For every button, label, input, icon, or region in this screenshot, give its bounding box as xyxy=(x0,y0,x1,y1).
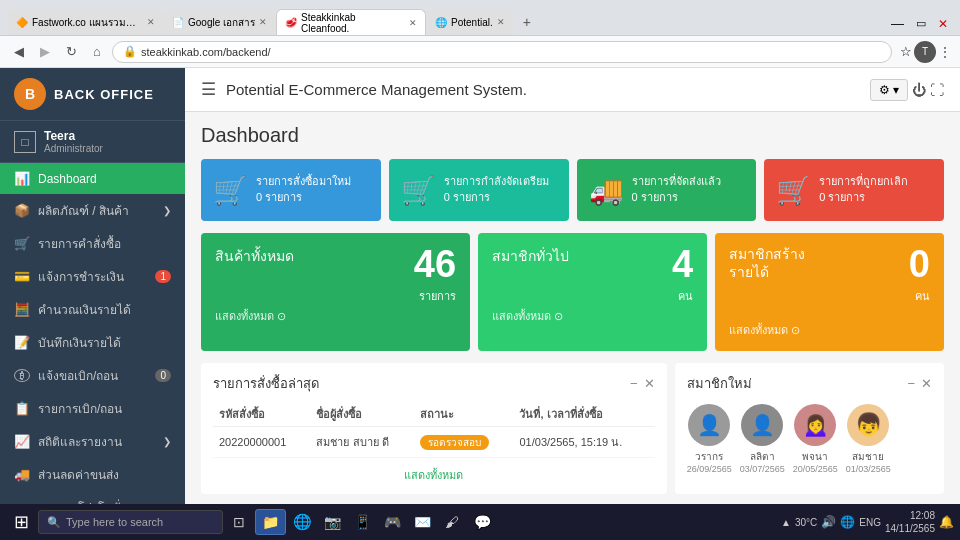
member-item-2: 🙍‍♀️ พจนา 20/05/2565 xyxy=(793,404,838,474)
tab-close-icon[interactable]: ✕ xyxy=(259,17,267,27)
member-item-0: 👤 วรากร 26/09/2565 xyxy=(687,404,732,474)
col-buyer-name: ชื่อผู้สั่งซื้อ xyxy=(310,402,413,427)
sidebar-item-payments[interactable]: 💳 แจ้งการชำระเงิน 1 xyxy=(0,260,185,293)
taskview-button[interactable]: ⊡ xyxy=(225,508,253,536)
calc-icon: 🧮 xyxy=(14,302,30,317)
close-icon[interactable]: ✕ xyxy=(934,17,952,31)
sidebar-item-label: บันทึกเงินรายได้ xyxy=(38,333,121,352)
status-cell: รอตรวจสอบ xyxy=(414,427,514,458)
tab-close-icon[interactable]: ✕ xyxy=(409,18,417,28)
sidebar-item-income-calc[interactable]: 🧮 คำนวณเงินรายได้ xyxy=(0,293,185,326)
orders-minimize-button[interactable]: − xyxy=(630,376,638,391)
show-all-orders-link[interactable]: แสดงทั้งหมด xyxy=(213,466,655,484)
big-stat-members: สมาชิกทั่วไป 4 คน แสดงทั้งหมด ⊙ xyxy=(478,233,707,351)
big-stat-number: 4 xyxy=(672,243,693,286)
forward-button[interactable]: ▶ xyxy=(34,41,56,63)
logo-circle: B xyxy=(14,78,46,110)
url-text: steakkinkab.com/backend/ xyxy=(141,46,271,58)
reload-button[interactable]: ↻ xyxy=(60,41,82,63)
network-icon[interactable]: 🌐 xyxy=(840,515,855,529)
menu-button[interactable]: ⋮ xyxy=(938,41,952,63)
sidebar-item-reports[interactable]: 📈 สถิติและรายงาน ❯ xyxy=(0,425,185,458)
file-explorer-button[interactable]: 📁 xyxy=(255,509,286,535)
start-button[interactable]: ⊞ xyxy=(6,507,36,537)
tab-close-icon[interactable]: ✕ xyxy=(497,17,505,27)
power-button[interactable]: ⏻ xyxy=(912,82,926,98)
orders-panel: รายการสั่งซื้อล่าสุด − ✕ รหัสสั่งซื้อ ชื… xyxy=(201,363,667,494)
chat-taskbar-button[interactable]: 💬 xyxy=(468,508,496,536)
paint-taskbar-button[interactable]: 🖌 xyxy=(438,508,466,536)
dashboard-icon: 📊 xyxy=(14,171,30,186)
address-bar[interactable]: 🔒 steakkinkab.com/backend/ xyxy=(112,41,892,63)
tab-label: Potential. xyxy=(451,17,493,28)
sidebar-item-shipping[interactable]: 🚚 ส่วนลดค่าขนส่ง xyxy=(0,458,185,491)
show-all-members-link[interactable]: แสดงทั้งหมด ⊙ xyxy=(492,307,693,325)
members-close-button[interactable]: ✕ xyxy=(921,376,932,391)
show-all-income-members-link[interactable]: แสดงทั้งหมด ⊙ xyxy=(729,321,930,339)
minimize-icon[interactable]: — xyxy=(887,16,908,31)
sidebar-item-dashboard[interactable]: 📊 Dashboard xyxy=(0,163,185,194)
stat-card-preparing: 🛒 รายการกำลังจัดเตรียม 0 รายการ xyxy=(389,159,569,221)
orders-close-button[interactable]: ✕ xyxy=(644,376,655,391)
tab-fastwork[interactable]: 🔶 Fastwork.co แผนรวมฟรีแลนซ์คุณ... ✕ xyxy=(8,9,163,35)
sidebar-item-withdraw-history[interactable]: 📋 รายการเบิก/ถอน xyxy=(0,392,185,425)
cart-icon: 🛒 xyxy=(213,174,248,207)
members-panel: สมาชิกใหม่ − ✕ 👤 วรากร 26/09/2565 xyxy=(675,363,944,494)
sidebar-item-label: ส่วนลดค่าขนส่ง xyxy=(38,465,119,484)
restore-icon[interactable]: ▭ xyxy=(912,17,930,30)
tab-label: Fastwork.co แผนรวมฟรีแลนซ์คุณ... xyxy=(32,15,141,30)
tab-favicon: 🔶 xyxy=(16,17,28,28)
language-indicator: ENG xyxy=(859,517,881,528)
content-area: Dashboard 🛒 รายการสั่งซื้อมาใหม่ 0 รายกา… xyxy=(185,112,960,504)
sidebar-item-orders[interactable]: 🛒 รายการคำสั่งซื้อ xyxy=(0,227,185,260)
member-date: 26/09/2565 xyxy=(687,464,732,474)
tab-close-icon[interactable]: ✕ xyxy=(147,17,155,27)
home-button[interactable]: ⌂ xyxy=(86,41,108,63)
tab-steakkinkab[interactable]: 🥩 Steakkinkab Cleanfood. ✕ xyxy=(276,9,426,35)
up-arrow-icon[interactable]: ▲ xyxy=(781,517,791,528)
members-minimize-button[interactable]: − xyxy=(907,376,915,391)
tab-label: Google เอกสาร xyxy=(188,15,255,30)
sidebar-item-products[interactable]: 📦 ผลิตภัณฑ์ / สินค้า ❯ xyxy=(0,194,185,227)
sidebar-item-income-record[interactable]: 📝 บันทึกเงินรายได้ xyxy=(0,326,185,359)
gear-button[interactable]: ⚙ ▾ xyxy=(870,79,908,101)
profile-button[interactable]: T xyxy=(914,41,936,63)
user-section: □ Teera Administrator xyxy=(0,121,185,163)
camera-taskbar-button[interactable]: 📷 xyxy=(318,508,346,536)
orders-panel-title: รายการสั่งซื้อล่าสุด xyxy=(213,373,319,394)
sidebar: B BACK OFFICE □ Teera Administrator 📊 Da… xyxy=(0,68,185,504)
header-actions: ⚙ ▾ ⏻ ⛶ xyxy=(870,79,944,101)
browser-actions: ☆ T ⋮ xyxy=(900,41,952,63)
tab-google-docs[interactable]: 📄 Google เอกสาร ✕ xyxy=(164,9,275,35)
show-all-products-link[interactable]: แสดงทั้งหมด ⊙ xyxy=(215,307,456,325)
tab-favicon: 📄 xyxy=(172,17,184,28)
notification-button[interactable]: 🔔 xyxy=(939,515,954,529)
withdraw-icon: ₿ xyxy=(14,369,30,382)
member-avatar: 👦 xyxy=(847,404,889,446)
taskbar-search[interactable]: 🔍 Type here to search xyxy=(38,510,223,534)
phone-taskbar-button[interactable]: 📱 xyxy=(348,508,376,536)
app-container: B BACK OFFICE □ Teera Administrator 📊 Da… xyxy=(0,68,960,504)
sidebar-item-promotions[interactable]: 🏷 รายการโปรโมชั่น xyxy=(0,491,185,504)
chevron-right-icon: ❯ xyxy=(163,436,171,447)
browser-taskbar-button[interactable]: 🌐 xyxy=(288,508,316,536)
bookmark-button[interactable]: ☆ xyxy=(900,41,912,63)
sidebar-item-withdraw[interactable]: ₿ แจ้งขอเบิก/ถอน 0 xyxy=(0,359,185,392)
game-taskbar-button[interactable]: 🎮 xyxy=(378,508,406,536)
tab-potential[interactable]: 🌐 Potential. ✕ xyxy=(427,9,513,35)
member-avatar: 👤 xyxy=(688,404,730,446)
back-button[interactable]: ◀ xyxy=(8,41,30,63)
payments-icon: 💳 xyxy=(14,269,30,284)
search-icon: 🔍 xyxy=(47,516,61,529)
orders-panel-header: รายการสั่งซื้อล่าสุด − ✕ xyxy=(213,373,655,394)
reports-icon: 📈 xyxy=(14,434,30,449)
fullscreen-button[interactable]: ⛶ xyxy=(930,82,944,98)
tab-favicon: 🌐 xyxy=(435,17,447,28)
orders-icon: 🛒 xyxy=(14,236,30,251)
email-taskbar-button[interactable]: ✉️ xyxy=(408,508,436,536)
new-tab-button[interactable]: + xyxy=(514,9,540,35)
volume-icon[interactable]: 🔊 xyxy=(821,515,836,529)
hamburger-button[interactable]: ☰ xyxy=(201,79,216,100)
stat-card-shipped: 🚚 รายการที่จัดส่งแล้ว 0 รายการ xyxy=(577,159,757,221)
sidebar-item-label: แจ้งขอเบิก/ถอน xyxy=(38,366,118,385)
